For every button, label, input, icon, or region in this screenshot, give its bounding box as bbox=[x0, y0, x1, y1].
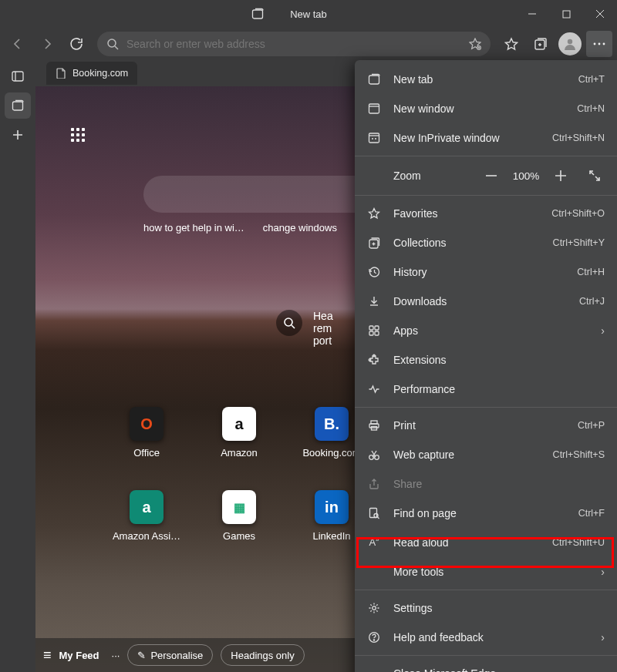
maximize-button[interactable] bbox=[549, 0, 583, 28]
refresh-button[interactable] bbox=[63, 31, 89, 57]
tab-booking[interactable]: Booking.com bbox=[46, 62, 137, 85]
svg-point-8 bbox=[603, 43, 605, 45]
tab-label: Booking.com bbox=[72, 68, 128, 79]
headings-button[interactable]: Headings only bbox=[221, 644, 304, 666]
quick-link-amazon-assist[interactable]: aAmazon Assi… bbox=[100, 490, 193, 567]
svg-rect-18 bbox=[369, 133, 379, 143]
svg-point-36 bbox=[373, 640, 374, 640]
vertical-tabs-sidebar bbox=[0, 60, 35, 672]
page-icon bbox=[56, 68, 66, 79]
menu-new-tab[interactable]: New tabCtrl+T bbox=[355, 65, 617, 94]
collections-icon bbox=[367, 237, 381, 249]
menu-favorites[interactable]: FavoritesCtrl+Shift+O bbox=[355, 199, 617, 228]
close-button[interactable] bbox=[583, 0, 617, 28]
games-icon: ▦ bbox=[222, 490, 256, 524]
suggestion-item[interactable]: change windows bbox=[263, 222, 337, 234]
history-icon bbox=[367, 266, 381, 278]
menu-help[interactable]: Help and feedback› bbox=[355, 623, 617, 652]
forward-button[interactable] bbox=[34, 31, 60, 57]
svg-rect-21 bbox=[369, 326, 373, 330]
svg-rect-10 bbox=[13, 102, 23, 110]
quick-link-office[interactable]: OOffice bbox=[100, 407, 193, 484]
menu-find-on-page[interactable]: Find on pageCtrl+F bbox=[355, 499, 617, 528]
svg-rect-28 bbox=[369, 424, 379, 428]
search-icon bbox=[106, 38, 119, 50]
menu-apps[interactable]: Apps› bbox=[355, 316, 617, 345]
svg-rect-32 bbox=[370, 509, 377, 518]
menu-new-window[interactable]: New windowCtrl+N bbox=[355, 94, 617, 123]
minimize-button[interactable] bbox=[515, 0, 549, 28]
quick-link-games[interactable]: ▦Games bbox=[193, 490, 285, 567]
read-aloud-icon: A» bbox=[367, 536, 381, 548]
feed-title: My Feed bbox=[59, 650, 99, 661]
menu-web-capture[interactable]: Web captureCtrl+Shift+S bbox=[355, 440, 617, 469]
menu-icon[interactable]: ≡ bbox=[43, 647, 52, 664]
booking-icon: B. bbox=[315, 407, 349, 441]
svg-rect-16 bbox=[369, 76, 379, 84]
menu-close-edge[interactable]: Close Microsoft Edge bbox=[355, 659, 617, 672]
download-icon bbox=[367, 295, 381, 307]
svg-point-33 bbox=[374, 514, 378, 518]
menu-downloads[interactable]: DownloadsCtrl+J bbox=[355, 287, 617, 316]
menu-history[interactable]: HistoryCtrl+H bbox=[355, 257, 617, 287]
suggestion-item[interactable]: how to get help in wi… bbox=[143, 222, 244, 234]
find-icon bbox=[367, 507, 381, 519]
tab-icon bbox=[367, 73, 381, 86]
toolbar bbox=[0, 28, 617, 60]
back-button[interactable] bbox=[5, 31, 31, 57]
apps-launcher-icon[interactable] bbox=[71, 128, 89, 146]
office-icon: O bbox=[130, 407, 164, 441]
svg-rect-9 bbox=[12, 72, 23, 81]
zoom-value: 100% bbox=[507, 170, 545, 182]
inprivate-icon bbox=[367, 132, 381, 144]
share-icon bbox=[367, 478, 381, 490]
svg-point-34 bbox=[373, 606, 376, 610]
current-tab-thumb[interactable] bbox=[5, 92, 31, 119]
pen-icon: ✎ bbox=[137, 650, 146, 661]
collections-button[interactable] bbox=[528, 31, 554, 57]
menu-collections[interactable]: CollectionsCtrl+Shift+Y bbox=[355, 228, 617, 257]
address-input[interactable] bbox=[126, 38, 461, 50]
address-bar[interactable] bbox=[97, 32, 491, 56]
quick-link-amazon[interactable]: aAmazon bbox=[193, 407, 285, 484]
settings-menu: New tabCtrl+T New windowCtrl+N New InPri… bbox=[355, 60, 617, 672]
search-suggestions: how to get help in wi… change windows bbox=[143, 222, 337, 234]
menu-more-tools[interactable]: More tools› bbox=[355, 557, 617, 586]
gear-icon bbox=[367, 602, 381, 614]
favorite-star-icon[interactable] bbox=[469, 38, 481, 50]
vertical-tabs-button[interactable] bbox=[5, 63, 31, 89]
menu-zoom-row: Zoom 100% bbox=[355, 160, 617, 192]
chevron-right-icon: › bbox=[601, 324, 605, 337]
linkedin-icon: in bbox=[315, 490, 349, 524]
chevron-right-icon: › bbox=[601, 631, 605, 643]
profile-button[interactable] bbox=[557, 31, 583, 57]
menu-extensions[interactable]: Extensions bbox=[355, 345, 617, 375]
zoom-out-button[interactable] bbox=[478, 164, 504, 187]
extensions-icon bbox=[367, 354, 381, 366]
help-icon bbox=[367, 631, 381, 643]
svg-point-7 bbox=[598, 43, 601, 45]
more-menu-button[interactable] bbox=[586, 31, 612, 57]
svg-rect-24 bbox=[375, 331, 379, 335]
zoom-in-button[interactable] bbox=[548, 164, 574, 187]
menu-settings[interactable]: Settings bbox=[355, 593, 617, 623]
svg-rect-1 bbox=[563, 11, 570, 18]
window-icon bbox=[367, 102, 381, 115]
performance-icon bbox=[367, 383, 381, 395]
svg-point-6 bbox=[594, 43, 596, 45]
fullscreen-button[interactable] bbox=[582, 164, 608, 187]
new-tab-sidebar-button[interactable] bbox=[5, 122, 31, 148]
menu-inprivate[interactable]: New InPrivate windowCtrl+Shift+N bbox=[355, 123, 617, 153]
apps-icon bbox=[367, 324, 381, 337]
favorites-button[interactable] bbox=[498, 31, 524, 57]
svg-point-5 bbox=[568, 39, 572, 44]
menu-read-aloud[interactable]: A»Read aloudCtrl+Shift+U bbox=[355, 528, 617, 557]
print-icon bbox=[367, 419, 381, 432]
amazon-icon: a bbox=[222, 407, 256, 441]
svg-point-2 bbox=[108, 39, 116, 47]
menu-print[interactable]: PrintCtrl+P bbox=[355, 411, 617, 440]
tab-icon bbox=[251, 8, 264, 20]
menu-performance[interactable]: Performance bbox=[355, 375, 617, 404]
personalise-button[interactable]: ✎Personalise bbox=[127, 644, 213, 666]
more-icon[interactable]: ··· bbox=[112, 650, 120, 661]
